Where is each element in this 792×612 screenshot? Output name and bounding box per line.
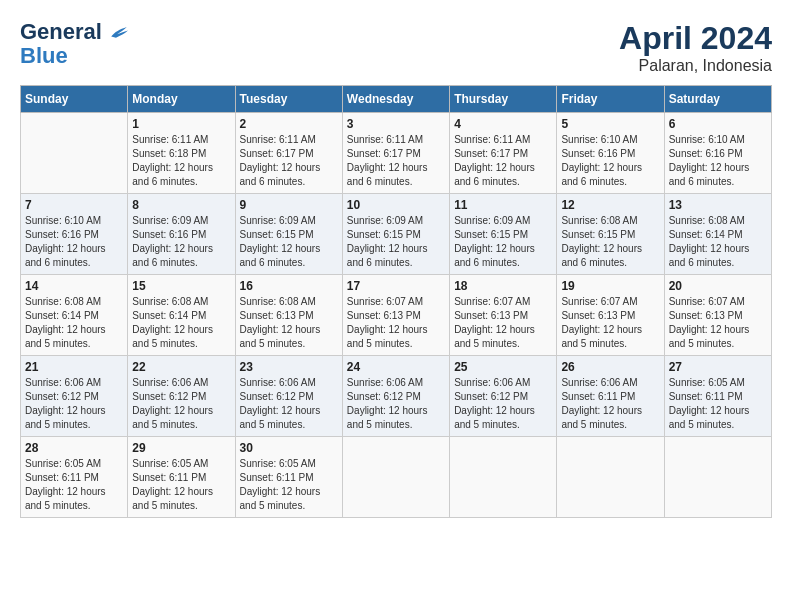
day-info: Sunrise: 6:05 AM Sunset: 6:11 PM Dayligh… [669,376,767,432]
calendar-cell: 6Sunrise: 6:10 AM Sunset: 6:16 PM Daylig… [664,113,771,194]
calendar-cell: 4Sunrise: 6:11 AM Sunset: 6:17 PM Daylig… [450,113,557,194]
day-info: Sunrise: 6:07 AM Sunset: 6:13 PM Dayligh… [669,295,767,351]
calendar-cell: 7Sunrise: 6:10 AM Sunset: 6:16 PM Daylig… [21,194,128,275]
day-number: 21 [25,360,123,374]
header-friday: Friday [557,86,664,113]
calendar-cell: 20Sunrise: 6:07 AM Sunset: 6:13 PM Dayli… [664,275,771,356]
day-number: 14 [25,279,123,293]
calendar-cell: 9Sunrise: 6:09 AM Sunset: 6:15 PM Daylig… [235,194,342,275]
calendar-cell: 15Sunrise: 6:08 AM Sunset: 6:14 PM Dayli… [128,275,235,356]
day-number: 18 [454,279,552,293]
calendar-week-row: 7Sunrise: 6:10 AM Sunset: 6:16 PM Daylig… [21,194,772,275]
calendar-table: SundayMondayTuesdayWednesdayThursdayFrid… [20,85,772,518]
calendar-cell: 2Sunrise: 6:11 AM Sunset: 6:17 PM Daylig… [235,113,342,194]
day-info: Sunrise: 6:09 AM Sunset: 6:15 PM Dayligh… [240,214,338,270]
logo-bird-icon [110,24,128,42]
calendar-cell: 27Sunrise: 6:05 AM Sunset: 6:11 PM Dayli… [664,356,771,437]
day-number: 26 [561,360,659,374]
calendar-cell [557,437,664,518]
day-info: Sunrise: 6:07 AM Sunset: 6:13 PM Dayligh… [454,295,552,351]
day-number: 1 [132,117,230,131]
day-number: 17 [347,279,445,293]
day-info: Sunrise: 6:09 AM Sunset: 6:15 PM Dayligh… [454,214,552,270]
day-number: 5 [561,117,659,131]
day-info: Sunrise: 6:08 AM Sunset: 6:14 PM Dayligh… [25,295,123,351]
calendar-cell: 24Sunrise: 6:06 AM Sunset: 6:12 PM Dayli… [342,356,449,437]
day-number: 15 [132,279,230,293]
calendar-cell: 22Sunrise: 6:06 AM Sunset: 6:12 PM Dayli… [128,356,235,437]
day-number: 3 [347,117,445,131]
calendar-cell: 19Sunrise: 6:07 AM Sunset: 6:13 PM Dayli… [557,275,664,356]
day-number: 27 [669,360,767,374]
calendar-subtitle: Palaran, Indonesia [619,57,772,75]
day-number: 8 [132,198,230,212]
day-info: Sunrise: 6:10 AM Sunset: 6:16 PM Dayligh… [561,133,659,189]
calendar-week-row: 1Sunrise: 6:11 AM Sunset: 6:18 PM Daylig… [21,113,772,194]
day-info: Sunrise: 6:06 AM Sunset: 6:12 PM Dayligh… [132,376,230,432]
calendar-cell: 16Sunrise: 6:08 AM Sunset: 6:13 PM Dayli… [235,275,342,356]
calendar-week-row: 21Sunrise: 6:06 AM Sunset: 6:12 PM Dayli… [21,356,772,437]
day-info: Sunrise: 6:08 AM Sunset: 6:14 PM Dayligh… [669,214,767,270]
day-info: Sunrise: 6:11 AM Sunset: 6:17 PM Dayligh… [240,133,338,189]
page-header: General Blue April 2024 Palaran, Indones… [20,20,772,75]
day-info: Sunrise: 6:05 AM Sunset: 6:11 PM Dayligh… [240,457,338,513]
calendar-cell: 28Sunrise: 6:05 AM Sunset: 6:11 PM Dayli… [21,437,128,518]
calendar-cell: 23Sunrise: 6:06 AM Sunset: 6:12 PM Dayli… [235,356,342,437]
day-info: Sunrise: 6:11 AM Sunset: 6:17 PM Dayligh… [347,133,445,189]
header-saturday: Saturday [664,86,771,113]
day-number: 12 [561,198,659,212]
title-block: April 2024 Palaran, Indonesia [619,20,772,75]
calendar-cell: 13Sunrise: 6:08 AM Sunset: 6:14 PM Dayli… [664,194,771,275]
day-info: Sunrise: 6:08 AM Sunset: 6:14 PM Dayligh… [132,295,230,351]
day-info: Sunrise: 6:11 AM Sunset: 6:18 PM Dayligh… [132,133,230,189]
header-thursday: Thursday [450,86,557,113]
calendar-header-row: SundayMondayTuesdayWednesdayThursdayFrid… [21,86,772,113]
logo: General Blue [20,20,128,68]
calendar-cell: 30Sunrise: 6:05 AM Sunset: 6:11 PM Dayli… [235,437,342,518]
calendar-cell [450,437,557,518]
day-number: 24 [347,360,445,374]
calendar-cell: 26Sunrise: 6:06 AM Sunset: 6:11 PM Dayli… [557,356,664,437]
day-number: 2 [240,117,338,131]
day-number: 11 [454,198,552,212]
day-info: Sunrise: 6:08 AM Sunset: 6:13 PM Dayligh… [240,295,338,351]
calendar-cell: 14Sunrise: 6:08 AM Sunset: 6:14 PM Dayli… [21,275,128,356]
day-number: 16 [240,279,338,293]
calendar-cell: 29Sunrise: 6:05 AM Sunset: 6:11 PM Dayli… [128,437,235,518]
day-info: Sunrise: 6:09 AM Sunset: 6:16 PM Dayligh… [132,214,230,270]
calendar-week-row: 28Sunrise: 6:05 AM Sunset: 6:11 PM Dayli… [21,437,772,518]
logo-text-line2: Blue [20,44,68,68]
day-info: Sunrise: 6:08 AM Sunset: 6:15 PM Dayligh… [561,214,659,270]
calendar-cell: 11Sunrise: 6:09 AM Sunset: 6:15 PM Dayli… [450,194,557,275]
calendar-week-row: 14Sunrise: 6:08 AM Sunset: 6:14 PM Dayli… [21,275,772,356]
calendar-cell: 10Sunrise: 6:09 AM Sunset: 6:15 PM Dayli… [342,194,449,275]
day-number: 22 [132,360,230,374]
day-info: Sunrise: 6:10 AM Sunset: 6:16 PM Dayligh… [25,214,123,270]
day-number: 29 [132,441,230,455]
day-info: Sunrise: 6:07 AM Sunset: 6:13 PM Dayligh… [561,295,659,351]
day-number: 4 [454,117,552,131]
day-info: Sunrise: 6:05 AM Sunset: 6:11 PM Dayligh… [132,457,230,513]
header-tuesday: Tuesday [235,86,342,113]
day-number: 13 [669,198,767,212]
day-info: Sunrise: 6:06 AM Sunset: 6:11 PM Dayligh… [561,376,659,432]
calendar-cell [342,437,449,518]
calendar-cell: 17Sunrise: 6:07 AM Sunset: 6:13 PM Dayli… [342,275,449,356]
day-info: Sunrise: 6:09 AM Sunset: 6:15 PM Dayligh… [347,214,445,270]
day-number: 10 [347,198,445,212]
logo-text-line1: General [20,20,128,44]
calendar-cell: 1Sunrise: 6:11 AM Sunset: 6:18 PM Daylig… [128,113,235,194]
calendar-title: April 2024 [619,20,772,57]
calendar-cell: 18Sunrise: 6:07 AM Sunset: 6:13 PM Dayli… [450,275,557,356]
calendar-cell: 21Sunrise: 6:06 AM Sunset: 6:12 PM Dayli… [21,356,128,437]
header-wednesday: Wednesday [342,86,449,113]
day-info: Sunrise: 6:06 AM Sunset: 6:12 PM Dayligh… [240,376,338,432]
header-monday: Monday [128,86,235,113]
day-number: 19 [561,279,659,293]
header-sunday: Sunday [21,86,128,113]
day-info: Sunrise: 6:06 AM Sunset: 6:12 PM Dayligh… [25,376,123,432]
day-number: 30 [240,441,338,455]
day-number: 23 [240,360,338,374]
day-number: 7 [25,198,123,212]
day-info: Sunrise: 6:11 AM Sunset: 6:17 PM Dayligh… [454,133,552,189]
